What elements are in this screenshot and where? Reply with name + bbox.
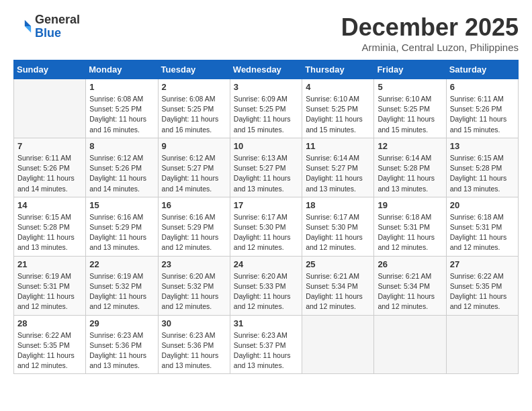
calendar-day-cell (14, 79, 86, 138)
calendar-day-cell: 9Sunrise: 6:12 AMSunset: 5:27 PMDaylight… (158, 138, 230, 197)
day-number: 28 (17, 318, 82, 328)
day-info: Sunrise: 6:12 AMSunset: 5:27 PMDaylight:… (162, 153, 226, 194)
day-info: Sunrise: 6:22 AMSunset: 5:35 PMDaylight:… (450, 271, 515, 312)
day-number: 15 (89, 200, 154, 210)
day-info: Sunrise: 6:20 AMSunset: 5:32 PMDaylight:… (162, 271, 226, 312)
day-info: Sunrise: 6:15 AMSunset: 5:28 PMDaylight:… (450, 153, 515, 194)
day-number: 17 (234, 200, 298, 210)
calendar-day-cell: 1Sunrise: 6:08 AMSunset: 5:25 PMDaylight… (86, 79, 158, 138)
day-number: 24 (234, 259, 298, 269)
calendar-day-cell: 11Sunrise: 6:14 AMSunset: 5:27 PMDayligh… (302, 138, 374, 197)
calendar-week-row: 14Sunrise: 6:15 AMSunset: 5:28 PMDayligh… (14, 197, 519, 256)
day-number: 31 (234, 318, 298, 328)
day-info: Sunrise: 6:08 AMSunset: 5:25 PMDaylight:… (162, 94, 226, 135)
day-info: Sunrise: 6:17 AMSunset: 5:30 PMDaylight:… (306, 212, 370, 253)
day-number: 29 (89, 318, 154, 328)
day-number: 30 (162, 318, 226, 328)
day-info: Sunrise: 6:09 AMSunset: 5:25 PMDaylight:… (234, 94, 298, 135)
day-info: Sunrise: 6:16 AMSunset: 5:29 PMDaylight:… (162, 212, 226, 253)
day-number: 10 (234, 141, 298, 151)
day-number: 7 (17, 141, 82, 151)
calendar-day-cell: 10Sunrise: 6:13 AMSunset: 5:27 PMDayligh… (230, 138, 302, 197)
day-number: 5 (378, 82, 442, 92)
calendar-day-cell: 31Sunrise: 6:23 AMSunset: 5:37 PMDayligh… (230, 315, 302, 374)
day-number: 13 (450, 141, 515, 151)
day-info: Sunrise: 6:14 AMSunset: 5:28 PMDaylight:… (378, 153, 442, 194)
calendar-day-cell: 3Sunrise: 6:09 AMSunset: 5:25 PMDaylight… (230, 79, 302, 138)
day-number: 23 (162, 259, 226, 269)
day-number: 26 (378, 259, 442, 269)
weekday-header-cell: Wednesday (230, 60, 302, 79)
day-number: 1 (89, 82, 154, 92)
calendar-day-cell: 23Sunrise: 6:20 AMSunset: 5:32 PMDayligh… (158, 256, 230, 315)
day-number: 16 (162, 200, 226, 210)
month-title: December 2025 (341, 13, 519, 42)
calendar-day-cell (374, 315, 446, 374)
day-info: Sunrise: 6:16 AMSunset: 5:29 PMDaylight:… (89, 212, 154, 253)
calendar-week-row: 28Sunrise: 6:22 AMSunset: 5:35 PMDayligh… (14, 315, 519, 374)
calendar-week-row: 7Sunrise: 6:11 AMSunset: 5:26 PMDaylight… (14, 138, 519, 197)
weekday-header-row: SundayMondayTuesdayWednesdayThursdayFrid… (14, 60, 519, 79)
day-info: Sunrise: 6:11 AMSunset: 5:26 PMDaylight:… (17, 153, 82, 194)
day-info: Sunrise: 6:23 AMSunset: 5:36 PMDaylight:… (162, 330, 226, 371)
day-info: Sunrise: 6:23 AMSunset: 5:37 PMDaylight:… (234, 330, 298, 371)
calendar-day-cell: 5Sunrise: 6:10 AMSunset: 5:25 PMDaylight… (374, 79, 446, 138)
svg-marker-0 (25, 20, 31, 26)
logo-general-text: General (35, 13, 80, 27)
day-info: Sunrise: 6:21 AMSunset: 5:34 PMDaylight:… (306, 271, 370, 312)
day-info: Sunrise: 6:23 AMSunset: 5:36 PMDaylight:… (89, 330, 154, 371)
calendar-day-cell: 20Sunrise: 6:18 AMSunset: 5:31 PMDayligh… (446, 197, 518, 256)
day-number: 22 (89, 259, 154, 269)
calendar-day-cell: 19Sunrise: 6:18 AMSunset: 5:31 PMDayligh… (374, 197, 446, 256)
calendar-day-cell: 13Sunrise: 6:15 AMSunset: 5:28 PMDayligh… (446, 138, 518, 197)
calendar-day-cell: 27Sunrise: 6:22 AMSunset: 5:35 PMDayligh… (446, 256, 518, 315)
calendar-week-row: 21Sunrise: 6:19 AMSunset: 5:31 PMDayligh… (14, 256, 519, 315)
day-info: Sunrise: 6:19 AMSunset: 5:32 PMDaylight:… (89, 271, 154, 312)
calendar-day-cell: 30Sunrise: 6:23 AMSunset: 5:36 PMDayligh… (158, 315, 230, 374)
day-info: Sunrise: 6:10 AMSunset: 5:25 PMDaylight:… (306, 94, 370, 135)
calendar-day-cell: 7Sunrise: 6:11 AMSunset: 5:26 PMDaylight… (14, 138, 86, 197)
calendar-table: SundayMondayTuesdayWednesdayThursdayFrid… (13, 60, 519, 374)
day-info: Sunrise: 6:10 AMSunset: 5:25 PMDaylight:… (378, 94, 442, 135)
logo-icon (13, 17, 32, 36)
calendar-day-cell: 4Sunrise: 6:10 AMSunset: 5:25 PMDaylight… (302, 79, 374, 138)
logo-blue-text: Blue (35, 27, 80, 40)
page-header: General Blue December 2025 Arminia, Cent… (13, 13, 519, 53)
day-info: Sunrise: 6:08 AMSunset: 5:25 PMDaylight:… (89, 94, 154, 135)
day-number: 3 (234, 82, 298, 92)
day-number: 19 (378, 200, 442, 210)
calendar-day-cell: 2Sunrise: 6:08 AMSunset: 5:25 PMDaylight… (158, 79, 230, 138)
day-info: Sunrise: 6:22 AMSunset: 5:35 PMDaylight:… (17, 330, 82, 371)
day-info: Sunrise: 6:18 AMSunset: 5:31 PMDaylight:… (378, 212, 442, 253)
calendar-day-cell: 12Sunrise: 6:14 AMSunset: 5:28 PMDayligh… (374, 138, 446, 197)
day-info: Sunrise: 6:11 AMSunset: 5:26 PMDaylight:… (450, 94, 515, 135)
calendar-day-cell: 6Sunrise: 6:11 AMSunset: 5:26 PMDaylight… (446, 79, 518, 138)
calendar-day-cell: 18Sunrise: 6:17 AMSunset: 5:30 PMDayligh… (302, 197, 374, 256)
weekday-header-cell: Thursday (302, 60, 374, 79)
day-number: 25 (306, 259, 370, 269)
calendar-day-cell: 28Sunrise: 6:22 AMSunset: 5:35 PMDayligh… (14, 315, 86, 374)
day-info: Sunrise: 6:18 AMSunset: 5:31 PMDaylight:… (450, 212, 515, 253)
day-number: 8 (89, 141, 154, 151)
day-number: 14 (17, 200, 82, 210)
day-number: 21 (17, 259, 82, 269)
calendar-day-cell: 24Sunrise: 6:20 AMSunset: 5:33 PMDayligh… (230, 256, 302, 315)
day-info: Sunrise: 6:17 AMSunset: 5:30 PMDaylight:… (234, 212, 298, 253)
day-info: Sunrise: 6:13 AMSunset: 5:27 PMDaylight:… (234, 153, 298, 194)
weekday-header-cell: Monday (86, 60, 158, 79)
day-number: 11 (306, 141, 370, 151)
day-number: 9 (162, 141, 226, 151)
calendar-day-cell: 22Sunrise: 6:19 AMSunset: 5:32 PMDayligh… (86, 256, 158, 315)
day-number: 4 (306, 82, 370, 92)
weekday-header-cell: Tuesday (158, 60, 230, 79)
day-number: 18 (306, 200, 370, 210)
calendar-day-cell: 26Sunrise: 6:21 AMSunset: 5:34 PMDayligh… (374, 256, 446, 315)
weekday-header-cell: Sunday (14, 60, 86, 79)
day-info: Sunrise: 6:15 AMSunset: 5:28 PMDaylight:… (17, 212, 82, 253)
title-block: December 2025 Arminia, Central Luzon, Ph… (341, 13, 519, 53)
day-info: Sunrise: 6:14 AMSunset: 5:27 PMDaylight:… (306, 153, 370, 194)
calendar-day-cell (302, 315, 374, 374)
logo: General Blue (13, 13, 80, 40)
weekday-header-cell: Saturday (446, 60, 518, 79)
weekday-header-cell: Friday (374, 60, 446, 79)
